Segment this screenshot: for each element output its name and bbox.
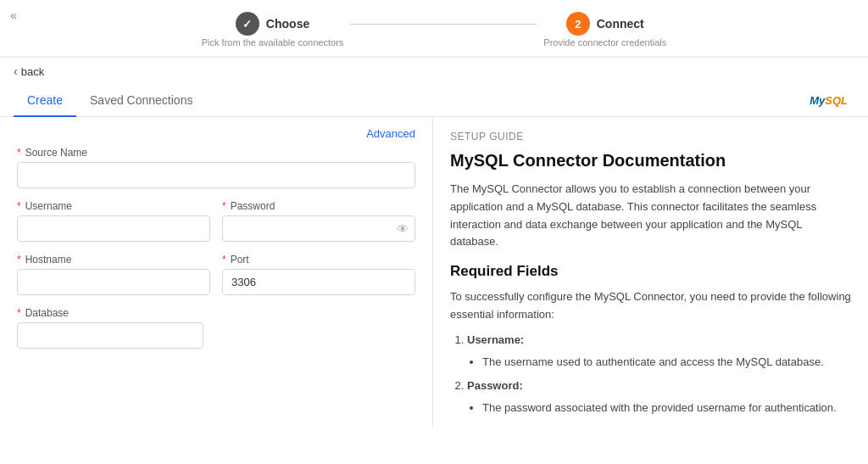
tabs-left: Create Saved Connections <box>14 85 206 116</box>
collapse-icon[interactable]: « <box>10 8 17 22</box>
password-guide-label: Password: <box>467 379 523 392</box>
hostname-field-group: * Hostname <box>17 254 210 295</box>
hostname-label: * Hostname <box>17 254 210 266</box>
database-label: * Database <box>17 307 415 319</box>
list-item: Password: The password associated with t… <box>467 377 851 417</box>
source-name-field-group: * Source Name <box>17 147 415 188</box>
list-item: Username: The username used to authentic… <box>467 331 851 372</box>
guide-section-label: Setup Guide <box>450 131 851 143</box>
username-guide-label: Username: <box>467 333 524 346</box>
username-input[interactable] <box>17 215 210 242</box>
step-choose: ✓ Choose Pick from the available connect… <box>202 12 344 48</box>
mysql-logo-blue: My <box>810 94 825 107</box>
back-chevron-icon: ‹ <box>14 64 18 78</box>
port-label: * Port <box>222 254 415 266</box>
password-wrapper: 👁 <box>222 215 415 242</box>
database-field-group: * Database <box>17 307 415 349</box>
source-name-required: * <box>17 147 21 159</box>
username-guide-sub-item: The username used to authenticate and ac… <box>482 353 851 372</box>
back-nav[interactable]: ‹ back <box>0 58 868 85</box>
step-choose-label: Choose <box>266 17 309 31</box>
step-choose-sub: Pick from the available connectors <box>202 37 344 48</box>
guide-required-fields-heading: Required Fields <box>450 263 851 280</box>
toggle-password-icon[interactable]: 👁 <box>397 222 409 236</box>
password-guide-sub-item: The password associated with the provide… <box>482 399 851 417</box>
username-field-group: * Username <box>17 200 210 242</box>
password-field-group: * Password 👁 <box>222 200 415 242</box>
stepper: ✓ Choose Pick from the available connect… <box>0 0 868 57</box>
guide-required-intro: To successfully configure the MySQL Conn… <box>450 288 851 324</box>
database-input[interactable] <box>17 322 203 349</box>
username-label: * Username <box>17 200 210 212</box>
main-content: Advanced * Source Name * Username * Pas <box>0 117 868 428</box>
step-choose-circle: ✓ <box>236 12 259 36</box>
hostname-input[interactable] <box>17 269 210 295</box>
username-password-row: * Username * Password 👁 <box>17 200 415 254</box>
step-connect-label: Connect <box>597 17 644 31</box>
back-label: back <box>21 65 44 78</box>
step-connect-circle: 2 <box>566 12 590 36</box>
mysql-logo: MySQL <box>810 94 854 107</box>
tab-create[interactable]: Create <box>14 85 76 117</box>
password-guide-sub-list: The password associated with the provide… <box>467 399 851 417</box>
guide-required-list: Username: The username used to authentic… <box>450 331 851 417</box>
port-field-group: * Port <box>222 254 415 295</box>
guide-heading: MySQL Connector Documentation <box>450 151 851 171</box>
tab-saved-connections[interactable]: Saved Connections <box>76 85 206 117</box>
tabs-row: Create Saved Connections MySQL <box>0 85 868 117</box>
advanced-link[interactable]: Advanced <box>17 127 415 140</box>
hostname-port-row: * Hostname * Port <box>17 254 415 307</box>
port-input[interactable] <box>222 269 415 295</box>
source-name-input[interactable] <box>17 162 415 188</box>
source-name-label: * Source Name <box>17 147 415 159</box>
mysql-logo-orange: SQL <box>825 94 848 107</box>
step-connect: 2 Connect Provide connector credentials <box>543 12 666 48</box>
guide-panel: Setup Guide MySQL Connector Documentatio… <box>432 117 868 428</box>
password-label: * Password <box>222 200 415 212</box>
form-panel: Advanced * Source Name * Username * Pas <box>0 117 432 428</box>
step-connect-sub: Provide connector credentials <box>543 37 666 48</box>
password-input[interactable] <box>222 215 415 242</box>
step-connector <box>350 24 537 25</box>
username-guide-sub-list: The username used to authenticate and ac… <box>467 353 851 372</box>
guide-description: The MySQL Connector allows you to establ… <box>450 181 851 251</box>
